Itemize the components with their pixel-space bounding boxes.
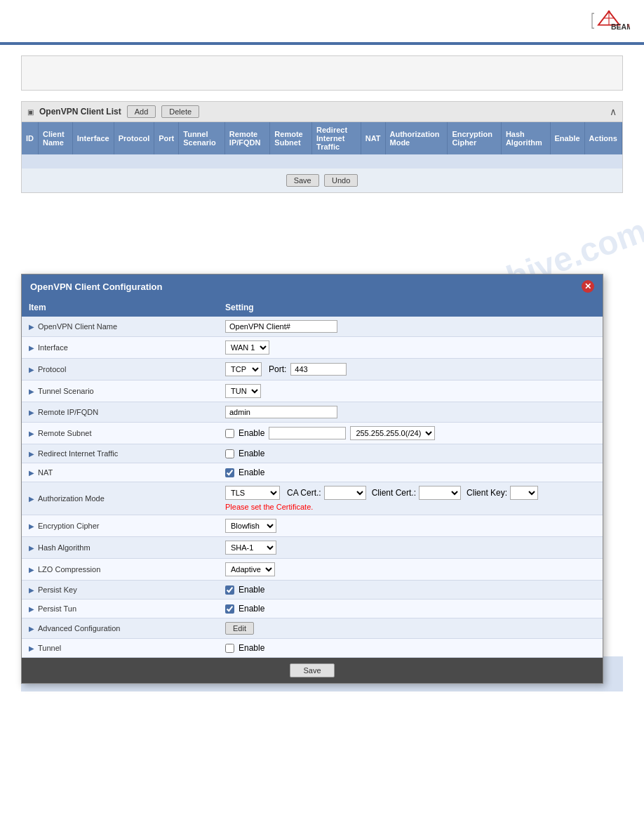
top-content-area [21, 55, 623, 91]
row-auth-mode: ▶ Authorization Mode TLS Static Key None… [22, 482, 603, 515]
value-tunnel: Enable [218, 639, 603, 657]
value-remote-ip [218, 402, 603, 422]
value-lzo-compression: Adaptive Yes No [218, 559, 603, 580]
value-advanced-config: Edit [218, 618, 603, 638]
value-protocol: TCP UDP Port: [218, 359, 603, 380]
tunnel-scenario-select[interactable]: TUN TAP [225, 384, 261, 398]
remote-subnet-input[interactable] [269, 427, 346, 439]
header-divider [0, 44, 644, 45]
col-client-name: Client Name [39, 122, 73, 154]
col-encryption: Encryption Cipher [448, 122, 501, 154]
label-protocol: ▶ Protocol [22, 359, 218, 380]
label-redirect-traffic: ▶ Redirect Internet Traffic [22, 444, 218, 463]
arrow-icon: ▶ [29, 522, 34, 530]
arrow-icon: ▶ [29, 644, 34, 652]
value-auth-mode: TLS Static Key None CA Cert.: Client Cer… [218, 482, 603, 515]
row-tunnel: ▶ Tunnel Enable [22, 639, 603, 658]
value-remote-subnet: Enable 255.255.255.0(/24) [218, 423, 603, 444]
row-protocol: ▶ Protocol TCP UDP Port: [22, 359, 603, 380]
arrow-icon: ▶ [29, 409, 34, 416]
remote-subnet-enable-label: Enable [239, 428, 264, 438]
lzo-compression-select[interactable]: Adaptive Yes No [225, 562, 275, 576]
row-encryption: ▶ Encryption Cipher Blowfish AES-128 AES… [22, 515, 603, 537]
label-tunnel-scenario: ▶ Tunnel Scenario [22, 380, 218, 402]
nat-checkbox[interactable] [225, 468, 234, 477]
col-remote-subnet: Remote Subnet [270, 122, 312, 154]
row-redirect-traffic: ▶ Redirect Internet Traffic Enable [22, 444, 603, 463]
arrow-icon: ▶ [29, 586, 34, 594]
col-redirect-traffic: Redirect Internet Traffic [312, 122, 361, 154]
col-id: ID [22, 122, 39, 154]
modal-title: OpenVPN Client Configuration [30, 282, 163, 292]
col-hash: Hash Algorithm [501, 122, 550, 154]
encryption-select[interactable]: Blowfish AES-128 AES-256 3DES [225, 519, 276, 533]
tunnel-checkbox[interactable] [225, 644, 234, 653]
modal-close-button[interactable]: ✕ [582, 280, 594, 293]
value-encryption: Blowfish AES-128 AES-256 3DES [218, 515, 603, 536]
client-cert-label: Client Cert.: [372, 488, 416, 498]
section-title: OpenVPN Client List [39, 107, 121, 117]
remote-ip-input[interactable] [225, 406, 337, 418]
client-name-input[interactable] [225, 320, 337, 333]
arrow-icon: ▶ [29, 450, 34, 458]
redirect-traffic-checkbox[interactable] [225, 449, 234, 458]
redirect-traffic-enable-label: Enable [239, 449, 264, 458]
label-nat: ▶ NAT [22, 463, 218, 482]
client-list-section: ▣ OpenVPN Client List Add Delete ∧ ID Cl… [21, 101, 623, 193]
modal-header: OpenVPN Client Configuration ✕ [22, 274, 603, 298]
arrow-icon: ▶ [29, 323, 34, 331]
ca-cert-select[interactable] [324, 486, 366, 500]
label-client-name: ▶ OpenVPN Client Name [22, 317, 218, 336]
client-list-table: ID Client Name Interface Protocol Port T… [22, 122, 622, 168]
undo-button[interactable]: Undo [324, 174, 358, 187]
col-interface: Interface [72, 122, 114, 154]
svg-point-3 [608, 11, 610, 13]
modal-save-button[interactable]: Save [290, 663, 334, 677]
delete-button[interactable]: Delete [161, 105, 199, 118]
value-client-name [218, 317, 603, 336]
interface-select[interactable]: WAN 1 WAN 2 [225, 340, 269, 355]
label-tunnel: ▶ Tunnel [22, 639, 218, 657]
nat-enable-label: Enable [239, 468, 264, 477]
empty-row [22, 154, 622, 168]
arrow-icon: ▶ [29, 495, 34, 503]
remote-subnet-checkbox[interactable] [225, 429, 234, 438]
label-persist-key: ▶ Persist Key [22, 581, 218, 599]
arrow-icon: ▶ [29, 469, 34, 477]
value-interface: WAN 1 WAN 2 [218, 337, 603, 358]
row-remote-subnet: ▶ Remote Subnet Enable 255.255.255.0(/24… [22, 423, 603, 444]
value-redirect-traffic: Enable [218, 444, 603, 463]
persist-tun-enable-label: Enable [239, 604, 264, 614]
auth-mode-select[interactable]: TLS Static Key None [225, 486, 280, 500]
modal-footer: Save [22, 658, 603, 683]
row-persist-key: ▶ Persist Key Enable [22, 581, 603, 600]
persist-key-checkbox[interactable] [225, 585, 234, 595]
logo: BEAM ® [588, 7, 630, 35]
label-encryption: ▶ Encryption Cipher [22, 515, 218, 536]
client-cert-select[interactable] [419, 486, 461, 500]
action-bar: Save Undo [22, 168, 622, 192]
collapse-button[interactable]: ∧ [610, 106, 617, 117]
save-button[interactable]: Save [286, 174, 319, 187]
cert-error-text: Please set the Certificate. [225, 503, 313, 511]
persist-tun-checkbox[interactable] [225, 604, 234, 614]
add-button[interactable]: Add [127, 105, 156, 118]
col-actions: Actions [584, 122, 622, 154]
modal-col-item: Item [22, 298, 218, 317]
client-key-select[interactable] [510, 486, 538, 500]
advanced-config-edit-button[interactable]: Edit [225, 622, 254, 635]
ca-cert-label: CA Cert.: [287, 488, 321, 498]
arrow-icon: ▶ [29, 344, 34, 352]
section-header-left: ▣ OpenVPN Client List Add Delete [27, 105, 199, 118]
protocol-select[interactable]: TCP UDP [225, 362, 262, 376]
hash-algorithm-select[interactable]: SHA-1 SHA-256 MD5 [225, 541, 276, 555]
port-label: Port: [269, 364, 286, 374]
port-input[interactable] [290, 363, 347, 376]
value-nat: Enable [218, 463, 603, 482]
label-advanced-config: ▶ Advanced Configuration [22, 618, 218, 638]
tunnel-enable-label: Enable [239, 643, 264, 653]
row-tunnel-scenario: ▶ Tunnel Scenario TUN TAP [22, 380, 603, 402]
subnet-mask-select[interactable]: 255.255.255.0(/24) [350, 426, 435, 440]
row-hash-algorithm: ▶ Hash Algorithm SHA-1 SHA-256 MD5 [22, 537, 603, 559]
row-remote-ip: ▶ Remote IP/FQDN [22, 402, 603, 423]
